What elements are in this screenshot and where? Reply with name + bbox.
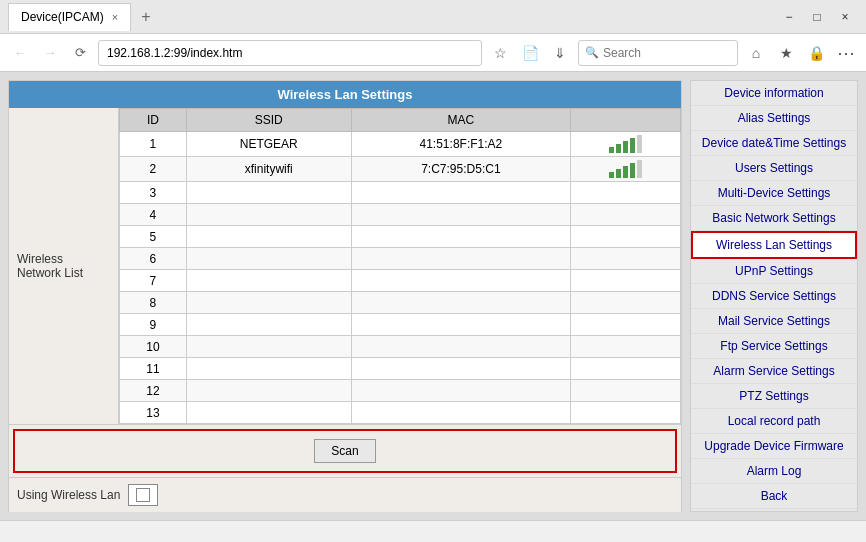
- panel-header: Wireless Lan Settings: [9, 81, 681, 108]
- scan-row: Scan: [13, 429, 677, 473]
- network-table: ID SSID MAC 1NETGEAR41:51:8F:F1:A22xfini…: [119, 108, 681, 424]
- panel-body: Wireless Network List ID SSID MAC 1NETGE…: [9, 108, 681, 424]
- sidebar-item-7[interactable]: UPnP Settings: [691, 259, 857, 284]
- cell-id: 3: [120, 182, 187, 204]
- tab-area: Device(IPCAM) × +: [8, 3, 776, 31]
- sidebar-item-6[interactable]: Wireless Lan Settings: [691, 231, 857, 259]
- sidebar-item-0[interactable]: Device information: [691, 81, 857, 106]
- table-row[interactable]: 12: [120, 380, 681, 402]
- table-row[interactable]: 6: [120, 248, 681, 270]
- network-list-label: Wireless Network List: [9, 108, 119, 424]
- refresh-button[interactable]: ⟳: [68, 41, 92, 65]
- star-icon[interactable]: ☆: [488, 41, 512, 65]
- search-input[interactable]: [603, 46, 723, 60]
- cell-mac: [351, 248, 570, 270]
- maximize-button[interactable]: □: [804, 4, 830, 30]
- sidebar-item-12[interactable]: PTZ Settings: [691, 384, 857, 409]
- cell-ssid: [186, 248, 351, 270]
- table-row[interactable]: 9: [120, 314, 681, 336]
- cell-signal: [571, 226, 681, 248]
- table-row[interactable]: 5: [120, 226, 681, 248]
- checkbox-inner: [136, 488, 150, 502]
- cell-ssid: [186, 380, 351, 402]
- using-wireless-label: Using Wireless Lan: [17, 488, 120, 502]
- cell-id: 10: [120, 336, 187, 358]
- window-controls: − □ ×: [776, 4, 858, 30]
- col-ssid: SSID: [186, 109, 351, 132]
- favorites-icon[interactable]: ★: [774, 41, 798, 65]
- title-bar: Device(IPCAM) × + − □ ×: [0, 0, 866, 34]
- table-row[interactable]: 10: [120, 336, 681, 358]
- cell-id: 2: [120, 157, 187, 182]
- col-signal: [571, 109, 681, 132]
- sidebar-item-14[interactable]: Upgrade Device Firmware: [691, 434, 857, 459]
- sidebar-item-3[interactable]: Users Settings: [691, 156, 857, 181]
- table-row[interactable]: 1NETGEAR41:51:8F:F1:A2: [120, 132, 681, 157]
- cell-signal: [571, 132, 681, 157]
- cell-ssid: [186, 402, 351, 424]
- url-input[interactable]: [98, 40, 482, 66]
- cell-mac: [351, 380, 570, 402]
- table-row[interactable]: 11: [120, 358, 681, 380]
- cell-mac: [351, 182, 570, 204]
- cell-id: 7: [120, 270, 187, 292]
- sidebar-item-8[interactable]: DDNS Service Settings: [691, 284, 857, 309]
- sidebar-item-1[interactable]: Alias Settings: [691, 106, 857, 131]
- sidebar-item-4[interactable]: Multi-Device Settings: [691, 181, 857, 206]
- close-button[interactable]: ×: [832, 4, 858, 30]
- minimize-button[interactable]: −: [776, 4, 802, 30]
- cell-ssid: [186, 270, 351, 292]
- table-row[interactable]: 7: [120, 270, 681, 292]
- table-row[interactable]: 8: [120, 292, 681, 314]
- cell-signal: [571, 314, 681, 336]
- tab-close-button[interactable]: ×: [112, 11, 118, 23]
- forward-button[interactable]: →: [38, 41, 62, 65]
- sidebar-item-13[interactable]: Local record path: [691, 409, 857, 434]
- status-bar: [0, 520, 866, 542]
- cell-id: 11: [120, 358, 187, 380]
- reading-icon[interactable]: 📄: [518, 41, 542, 65]
- cell-id: 13: [120, 402, 187, 424]
- new-tab-button[interactable]: +: [135, 6, 156, 28]
- cell-signal: [571, 358, 681, 380]
- search-icon: 🔍: [585, 46, 599, 59]
- table-row[interactable]: 13: [120, 402, 681, 424]
- cell-id: 4: [120, 204, 187, 226]
- cell-id: 9: [120, 314, 187, 336]
- cell-mac: [351, 358, 570, 380]
- cell-ssid: NETGEAR: [186, 132, 351, 157]
- cell-signal: [571, 402, 681, 424]
- table-row[interactable]: 4: [120, 204, 681, 226]
- sidebar-item-9[interactable]: Mail Service Settings: [691, 309, 857, 334]
- sidebar-item-16[interactable]: Back: [691, 484, 857, 509]
- sidebar-item-2[interactable]: Device date&Time Settings: [691, 131, 857, 156]
- cell-ssid: [186, 314, 351, 336]
- cell-mac: [351, 292, 570, 314]
- home-icon[interactable]: ⌂: [744, 41, 768, 65]
- cell-ssid: xfinitywifi: [186, 157, 351, 182]
- left-panel: Wireless Lan Settings Wireless Network L…: [8, 80, 682, 512]
- using-wireless-checkbox[interactable]: [128, 484, 158, 506]
- address-bar: ← → ⟳ ☆ 📄 ⇓ 🔍 ⌂ ★ 🔒 ⋯: [0, 34, 866, 72]
- download-icon[interactable]: ⇓: [548, 41, 572, 65]
- table-row[interactable]: 3: [120, 182, 681, 204]
- cell-ssid: [186, 336, 351, 358]
- cell-mac: [351, 336, 570, 358]
- menu-button[interactable]: ⋯: [834, 41, 858, 65]
- sidebar-item-10[interactable]: Ftp Service Settings: [691, 334, 857, 359]
- back-button[interactable]: ←: [8, 41, 32, 65]
- scan-button[interactable]: Scan: [314, 439, 375, 463]
- sidebar-item-15[interactable]: Alarm Log: [691, 459, 857, 484]
- cell-ssid: [186, 204, 351, 226]
- browser-tab[interactable]: Device(IPCAM) ×: [8, 3, 131, 31]
- cell-ssid: [186, 358, 351, 380]
- sidebar-item-5[interactable]: Basic Network Settings: [691, 206, 857, 231]
- sidebar-item-11[interactable]: Alarm Service Settings: [691, 359, 857, 384]
- shield-icon[interactable]: 🔒: [804, 41, 828, 65]
- cell-id: 12: [120, 380, 187, 402]
- signal-bars-icon: [579, 160, 672, 178]
- cell-mac: [351, 226, 570, 248]
- table-row[interactable]: 2xfinitywifi7:C7:95:D5:C1: [120, 157, 681, 182]
- cell-signal: [571, 182, 681, 204]
- cell-signal: [571, 292, 681, 314]
